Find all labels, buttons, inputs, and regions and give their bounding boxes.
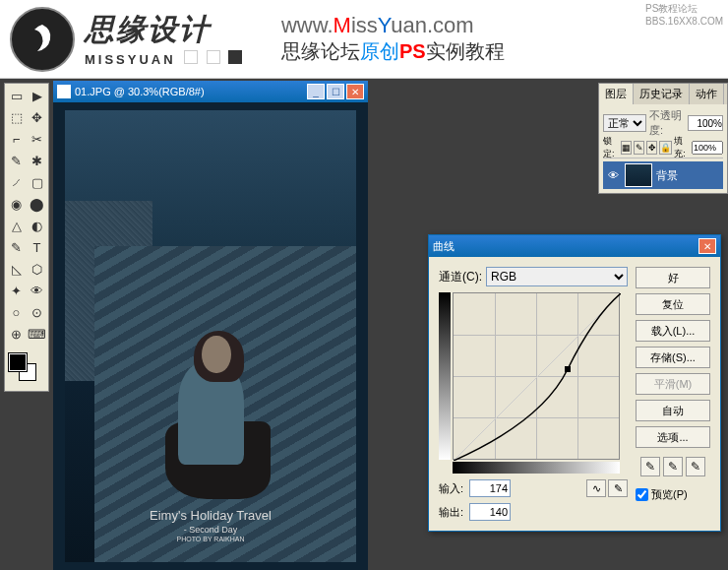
window-buttons: _ ☐ ✕ — [307, 84, 364, 99]
tool-button[interactable]: ▭ — [6, 85, 27, 106]
tab-history[interactable]: 历史记录 — [634, 84, 690, 104]
options-button[interactable]: 选项... — [636, 426, 710, 448]
lock-all-icon[interactable]: 🔒 — [659, 141, 672, 155]
visibility-eye-icon[interactable]: 👁 — [605, 167, 621, 183]
document-canvas[interactable]: Eimy's Holiday Travel - Second Day PHOTO… — [53, 102, 368, 570]
smooth-button: 平滑(M) — [636, 373, 710, 395]
document-titlebar[interactable]: 01.JPG @ 30.3%(RGB/8#) _ ☐ ✕ — [53, 81, 368, 102]
photoshop-workspace: ▭▶⬚✥⌐✂✎✱⟋▢◉⬤△◐✎T◺⬡✦👁○⊙⊕⌨ 01.JPG @ 30.3%(… — [0, 79, 728, 570]
close-button[interactable]: ✕ — [346, 84, 364, 99]
tool-button[interactable]: △ — [6, 215, 27, 236]
black-eyedropper-icon[interactable]: ✎ — [640, 457, 660, 476]
svg-line-0 — [454, 293, 621, 461]
tool-button[interactable]: ▶ — [27, 85, 47, 106]
tool-button[interactable]: ⬡ — [27, 258, 47, 280]
tool-button[interactable]: ⟋ — [6, 171, 27, 193]
lock-move-icon[interactable]: ✥ — [646, 141, 657, 155]
tool-button[interactable]: ✱ — [27, 150, 47, 171]
layers-panel: 图层 历史记录 动作 正常 不透明度: 锁定: ▦ ✎ ✥ 🔒 填充: 👁 — [598, 83, 728, 194]
restore-button[interactable]: ☐ — [327, 84, 344, 99]
tool-button[interactable]: ✂ — [27, 128, 47, 150]
photo-figure — [152, 327, 283, 498]
curves-close-button[interactable]: ✕ — [698, 238, 716, 254]
document-title: 01.JPG @ 30.3%(RGB/8#) — [75, 86, 307, 97]
tool-button[interactable]: ⌐ — [6, 128, 27, 150]
tool-button[interactable]: ⬚ — [6, 106, 27, 128]
curves-buttons: 好 复位 载入(L)... 存储(S)... 平滑(M) 自动 选项... ✎ … — [636, 267, 710, 521]
lock-transparency-icon[interactable]: ▦ — [621, 141, 632, 155]
layer-thumbnail[interactable] — [625, 163, 652, 187]
channel-label: 通道(C): — [439, 269, 482, 285]
opacity-field[interactable] — [688, 115, 723, 131]
lock-brush-icon[interactable]: ✎ — [634, 141, 644, 155]
logo-square-dark — [228, 50, 242, 64]
tool-button[interactable]: 👁 — [27, 280, 47, 301]
document-window: 01.JPG @ 30.3%(RGB/8#) _ ☐ ✕ Eimy's H — [53, 81, 368, 570]
photo-content: Eimy's Holiday Travel - Second Day PHOTO… — [65, 110, 356, 562]
minimize-button[interactable]: _ — [307, 84, 325, 99]
curves-dialog: 曲线 ✕ 通道(C): RGB — [428, 234, 721, 532]
blend-mode-select[interactable]: 正常 — [603, 114, 646, 132]
color-swatches[interactable] — [6, 350, 47, 390]
site-header: 思缘设计 MISSYUAN www.MissYuan.com 思缘论坛原创PS实… — [0, 0, 728, 79]
logo-chinese: 思缘设计 — [85, 10, 242, 50]
ok-button[interactable]: 好 — [636, 267, 710, 288]
output-field[interactable] — [469, 503, 511, 521]
tab-actions[interactable]: 动作 — [690, 84, 724, 104]
auto-button[interactable]: 自动 — [636, 400, 710, 421]
tool-button[interactable]: ✥ — [27, 106, 47, 128]
toolbox: ▭▶⬚✥⌐✂✎✱⟋▢◉⬤△◐✎T◺⬡✦👁○⊙⊕⌨ — [4, 83, 49, 392]
tool-button[interactable]: ◺ — [6, 258, 27, 280]
svg-rect-1 — [565, 366, 571, 372]
output-label: 输出: — [439, 505, 463, 520]
blend-row: 正常 不透明度: — [603, 108, 723, 138]
panel-tabs: 图层 历史记录 动作 — [599, 84, 727, 104]
tool-button[interactable]: ◉ — [6, 193, 27, 215]
reset-button[interactable]: 复位 — [636, 293, 710, 315]
logo-swirl-icon — [23, 20, 62, 59]
tool-button[interactable]: ⊙ — [27, 301, 47, 323]
curve-pencil-tool-icon[interactable]: ✎ — [608, 479, 628, 497]
tool-button[interactable]: ◐ — [27, 215, 47, 236]
url-area: www.MissYuan.com 思缘论坛原创PS实例教程 — [281, 13, 505, 65]
photo-caption: Eimy's Holiday Travel - Second Day PHOTO… — [65, 508, 356, 542]
tool-button[interactable]: ✎ — [6, 150, 27, 171]
horizontal-gradient — [453, 462, 620, 474]
site-subtitle: 思缘论坛原创PS实例教程 — [281, 38, 505, 65]
tool-button[interactable]: ▢ — [27, 171, 47, 193]
tool-button[interactable]: ⌨ — [27, 323, 47, 345]
logo-english-row: MISSYUAN — [85, 50, 242, 68]
tool-button[interactable]: ○ — [6, 301, 27, 323]
foreground-color-swatch[interactable] — [9, 353, 27, 371]
logo-square-white — [184, 50, 198, 64]
tool-button[interactable]: ✦ — [6, 280, 27, 301]
tool-button[interactable]: ✎ — [6, 236, 27, 258]
curves-body: 通道(C): RGB — [429, 257, 720, 531]
curve-point-tool-icon[interactable]: ∿ — [586, 479, 606, 497]
site-url: www.MissYuan.com — [281, 13, 505, 38]
curve-grid[interactable] — [453, 292, 620, 460]
load-button[interactable]: 载入(L)... — [636, 320, 710, 342]
white-eyedropper-icon[interactable]: ✎ — [686, 457, 705, 476]
curve-line — [454, 293, 621, 461]
preview-checkbox-row[interactable]: 预览(P) — [636, 487, 710, 502]
fill-field[interactable] — [692, 141, 723, 155]
save-button[interactable]: 存储(S)... — [636, 347, 710, 368]
input-row: 输入: ∿ ✎ — [439, 479, 628, 497]
channel-select[interactable]: RGB — [486, 267, 628, 286]
gray-eyedropper-icon[interactable]: ✎ — [663, 457, 683, 476]
tool-button[interactable]: T — [27, 236, 47, 258]
lock-label: 锁定: — [603, 141, 619, 155]
preview-checkbox[interactable] — [636, 488, 648, 501]
tool-button[interactable]: ⬤ — [27, 193, 47, 215]
logo-badge — [10, 7, 75, 72]
vertical-gradient — [439, 292, 451, 460]
layer-item-background[interactable]: 👁 背景 — [603, 161, 723, 189]
output-row: 输出: — [439, 503, 628, 521]
eyedropper-row: ✎ ✎ ✎ — [636, 457, 710, 476]
tool-button[interactable]: ⊕ — [6, 323, 27, 345]
tab-layers[interactable]: 图层 — [599, 84, 634, 104]
document-icon — [57, 85, 71, 98]
input-field[interactable] — [469, 479, 511, 497]
curves-titlebar[interactable]: 曲线 ✕ — [429, 235, 720, 257]
